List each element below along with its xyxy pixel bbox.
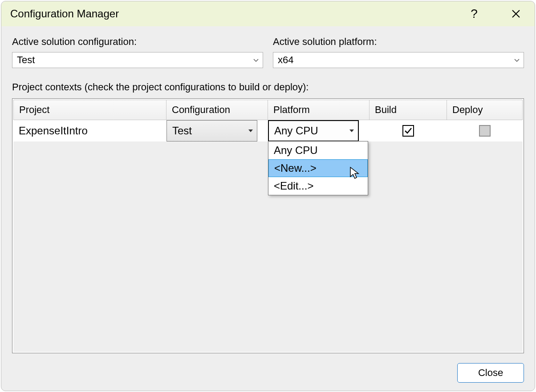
check-icon — [404, 126, 413, 135]
solution-config-field: Active solution configuration: Test — [12, 36, 263, 68]
deploy-checkbox — [479, 125, 491, 137]
solution-platform-field: Active solution platform: x64 — [273, 36, 524, 68]
solution-config-label: Active solution configuration: — [12, 36, 263, 48]
solution-platform-combobox[interactable]: x64 — [273, 52, 524, 68]
dialog-footer: Close — [12, 353, 524, 383]
configuration-manager-dialog: Configuration Manager ? Active solution … — [1, 1, 535, 391]
dialog-title: Configuration Manager — [10, 8, 442, 20]
header-build[interactable]: Build — [370, 100, 447, 120]
solution-platform-label: Active solution platform: — [273, 36, 524, 48]
configuration-combobox[interactable]: Test — [166, 120, 257, 141]
cell-configuration: Test — [166, 120, 268, 141]
grid-body: ExpenseItIntro Test Any CPU — [13, 120, 523, 352]
dropdown-item-any-cpu[interactable]: Any CPU — [268, 141, 368, 159]
project-contexts-grid: Project Configuration Platform Build Dep… — [12, 98, 524, 353]
platform-dropdown-popup: Any CPU <New...> <Edit...> — [268, 141, 368, 195]
cell-platform: Any CPU — [268, 120, 370, 141]
header-platform[interactable]: Platform — [268, 100, 370, 120]
chevron-down-icon — [349, 128, 354, 133]
grid-header: Project Configuration Platform Build Dep… — [13, 100, 523, 120]
cell-build — [370, 120, 447, 141]
dropdown-item-edit[interactable]: <Edit...> — [268, 177, 368, 195]
cell-deploy — [447, 120, 523, 141]
top-row: Active solution configuration: Test Acti… — [12, 36, 524, 68]
close-button[interactable]: Close — [457, 363, 524, 383]
configuration-value: Test — [172, 125, 248, 137]
header-project[interactable]: Project — [13, 100, 166, 120]
header-deploy[interactable]: Deploy — [447, 100, 523, 120]
solution-config-combobox[interactable]: Test — [12, 52, 263, 68]
close-icon — [512, 9, 520, 18]
help-button[interactable]: ? — [464, 4, 484, 24]
platform-combobox[interactable]: Any CPU — [268, 120, 359, 141]
platform-value: Any CPU — [274, 125, 349, 137]
cell-project: ExpenseItIntro — [13, 120, 166, 141]
solution-platform-value: x64 — [278, 54, 514, 66]
chevron-down-icon — [248, 128, 253, 133]
chevron-down-icon — [253, 57, 259, 63]
project-contexts-label: Project contexts (check the project conf… — [12, 81, 524, 93]
titlebar: Configuration Manager ? — [1, 1, 535, 26]
header-configuration[interactable]: Configuration — [166, 100, 268, 120]
dialog-content: Active solution configuration: Test Acti… — [1, 26, 535, 391]
solution-config-value: Test — [17, 54, 253, 66]
table-row: ExpenseItIntro Test Any CPU — [13, 120, 523, 141]
dropdown-item-new[interactable]: <New...> — [268, 159, 368, 177]
chevron-down-icon — [514, 57, 520, 63]
build-checkbox[interactable] — [402, 125, 414, 137]
close-window-button[interactable] — [506, 4, 526, 24]
